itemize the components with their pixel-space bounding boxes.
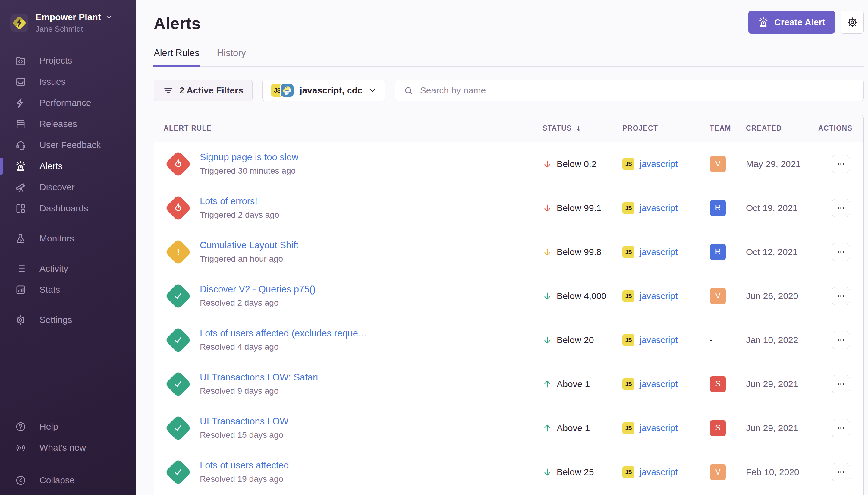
threshold-arrow-icon [542, 467, 552, 477]
row-actions-button[interactable] [832, 155, 850, 173]
page-header: Alerts Create Alert [154, 8, 864, 34]
sidebar-item-label: Help [39, 422, 58, 432]
sidebar-section: Activity Stats [0, 258, 136, 300]
table-row: Lots of errors! Triggered 2 days ago Bel… [154, 186, 864, 230]
sidebar-item-label: Projects [39, 55, 72, 66]
team-cell: V [710, 288, 746, 304]
alert-rule-subtext: Resolved 15 days ago [200, 430, 289, 440]
sidebar-nav: Projects Issues Performance Releases Use… [0, 50, 136, 339]
column-header-alert-rule: ALERT RULE [154, 124, 542, 132]
sidebar-section: Monitors [0, 228, 136, 249]
threshold-arrow-icon [542, 203, 552, 213]
team-cell: S [710, 420, 746, 436]
sidebar-item-help[interactable]: Help [0, 416, 136, 437]
row-actions-button[interactable] [832, 375, 850, 393]
javascript-platform-icon: JS [622, 290, 635, 302]
row-actions-button[interactable] [832, 287, 850, 305]
status-cell: Below 25 [542, 467, 622, 477]
sidebar-item-label: Settings [39, 315, 72, 325]
ellipsis-icon [836, 204, 845, 212]
team-badge: S [710, 420, 726, 436]
alert-rule-link[interactable]: Discover V2 - Queries p75() [200, 284, 315, 295]
project-link[interactable]: javascript [640, 335, 678, 345]
tab-history[interactable]: History [217, 48, 246, 66]
sidebar-item-monitors[interactable]: Monitors [0, 228, 136, 249]
sidebar-item-dashboards[interactable]: Dashboards [0, 198, 136, 219]
create-alert-button[interactable]: Create Alert [748, 11, 835, 34]
status-cell: Below 99.8 [542, 247, 622, 257]
sidebar-item-projects[interactable]: Projects [0, 50, 136, 71]
alert-status-diamond-icon [165, 239, 191, 265]
help-icon [15, 421, 26, 432]
search-input[interactable] [419, 85, 855, 96]
row-actions-button[interactable] [832, 331, 850, 349]
alert-rule-link[interactable]: Cumulative Layout Shift [200, 240, 298, 251]
filter-bar: 2 Active Filters JS javascript, cdc [154, 80, 864, 101]
sidebar-item-collapse[interactable]: Collapse [0, 470, 136, 491]
releases-icon [15, 118, 26, 130]
sidebar-section: Settings [0, 309, 136, 330]
search-box [395, 80, 864, 101]
team-badge: R [710, 244, 726, 260]
alert-rule-link[interactable]: UI Transactions LOW: Safari [200, 372, 318, 383]
project-link[interactable]: javascript [640, 291, 678, 301]
created-date: Feb 10, 2020 [746, 467, 818, 477]
status-value: Below 4,000 [557, 291, 606, 301]
table-row: Cumulative Layout Shift Triggered an hou… [154, 230, 864, 274]
row-actions-button[interactable] [832, 463, 850, 481]
alert-rule-subtext: Resolved 4 days ago [200, 342, 367, 352]
active-filters-button[interactable]: 2 Active Filters [154, 80, 253, 101]
alert-rule-link[interactable]: Lots of users affected (excludes reque… [200, 328, 367, 339]
sidebar-item-activity[interactable]: Activity [0, 258, 136, 279]
alert-rule-link[interactable]: UI Transactions LOW [200, 416, 289, 427]
sidebar-item-user-feedback[interactable]: User Feedback [0, 134, 136, 156]
actions-cell [818, 331, 864, 349]
status-cell: Below 20 [542, 335, 622, 345]
performance-icon [15, 97, 26, 108]
sidebar-item-discover[interactable]: Discover [0, 177, 136, 198]
sidebar-item-issues[interactable]: Issues [0, 71, 136, 92]
team-badge: V [710, 464, 726, 480]
alert-rule-link[interactable]: Signup page is too slow [200, 152, 298, 163]
alert-rule-link[interactable]: Lots of errors! [200, 196, 279, 207]
actions-cell [818, 375, 864, 393]
alert-rule-link[interactable]: Lots of users affected [200, 460, 289, 471]
alert-rule-subtext: Resolved 9 days ago [200, 386, 318, 396]
dashboards-icon [15, 203, 26, 214]
project-selector[interactable]: JS javascript, cdc [262, 80, 385, 101]
sidebar-item-stats[interactable]: Stats [0, 279, 136, 300]
project-link[interactable]: javascript [640, 423, 678, 433]
sidebar-item-releases[interactable]: Releases [0, 113, 136, 134]
team-badge: S [710, 376, 726, 392]
settings-button[interactable] [841, 11, 864, 34]
project-cell: JS javascript [622, 422, 710, 434]
alert-rule-cell: UI Transactions LOW: Safari Resolved 9 d… [154, 370, 542, 398]
chevron-down-icon [105, 14, 112, 21]
javascript-platform-icon: JS [622, 246, 635, 258]
project-link[interactable]: javascript [640, 467, 678, 477]
tab-alert-rules[interactable]: Alert Rules [154, 48, 199, 66]
project-cell: JS javascript [622, 246, 710, 258]
ellipsis-icon [836, 424, 845, 432]
team-badge: V [710, 288, 726, 304]
sidebar-item-performance[interactable]: Performance [0, 92, 136, 113]
project-cell: JS javascript [622, 290, 710, 302]
row-actions-button[interactable] [832, 419, 850, 437]
project-link[interactable]: javascript [640, 379, 678, 389]
sidebar-item-what-s-new[interactable]: What's new [0, 437, 136, 458]
sidebar-item-alerts[interactable]: Alerts [0, 156, 136, 177]
project-link[interactable]: javascript [640, 247, 678, 257]
team-cell: R [710, 200, 746, 216]
sidebar-item-settings[interactable]: Settings [0, 309, 136, 330]
created-date: Jun 29, 2021 [746, 379, 818, 389]
team-badge: R [710, 200, 726, 216]
project-link[interactable]: javascript [640, 159, 678, 169]
project-link[interactable]: javascript [640, 203, 678, 213]
javascript-platform-icon: JS [622, 158, 635, 170]
row-actions-button[interactable] [832, 243, 850, 261]
row-actions-button[interactable] [832, 199, 850, 217]
org-switcher[interactable]: Empower Plant Jane Schmidt [0, 8, 136, 38]
column-header-status[interactable]: STATUS [542, 124, 622, 132]
project-cell: JS javascript [622, 202, 710, 214]
sidebar-section: Projects Issues Performance Releases Use… [0, 50, 136, 219]
